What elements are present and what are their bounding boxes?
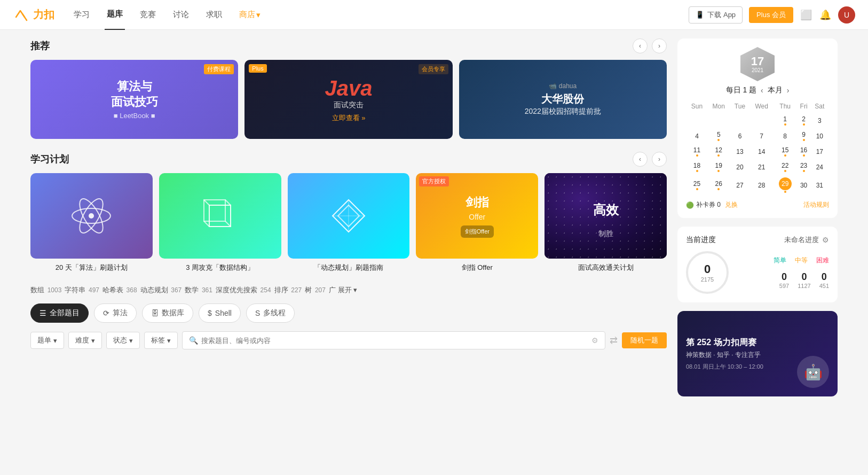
cal-day-empty (730, 113, 749, 128)
cal-day-9[interactable]: 9 (797, 129, 810, 143)
cal-day-24[interactable]: 24 (811, 160, 828, 174)
activity-rules-link[interactable]: 活动规则 (803, 200, 829, 209)
bell-icon[interactable]: 🔔 (819, 9, 832, 21)
cal-day-19[interactable]: 19 (708, 160, 729, 174)
cal-day-4[interactable]: 4 (687, 129, 707, 143)
filter-multithread-button[interactable]: S 多线程 (246, 303, 295, 323)
cal-prev-button[interactable]: ‹ (761, 86, 763, 95)
member-tag: 会员专享 (419, 64, 448, 74)
recommend-header: 推荐 ‹ › (30, 38, 667, 53)
cal-day-1[interactable]: 1 (774, 113, 796, 128)
screen-icon[interactable]: ⬜ (800, 9, 812, 21)
search-input[interactable] (201, 337, 588, 345)
filter-list-dropdown[interactable]: 题单 ▾ (30, 332, 64, 349)
filter-algo-button[interactable]: ⟳ 算法 (94, 303, 137, 323)
cal-day-15[interactable]: 15 (774, 144, 796, 159)
tag-dfs[interactable]: 深度优先搜索 254 (216, 285, 271, 295)
ad-mascot: 🤖 (797, 356, 829, 388)
cal-day-3[interactable]: 3 (811, 113, 828, 128)
recommend-next-button[interactable]: › (652, 38, 667, 53)
nav: 学习 题库 竞赛 讨论 求职 商店 ▾ (72, 0, 263, 30)
cal-day-6[interactable]: 6 (730, 129, 749, 143)
plan-card-offer[interactable]: 官方授权 剑指 Offer 剑指Offer 剑指 Offer (416, 173, 538, 272)
cal-day-29[interactable]: 29 (774, 175, 796, 195)
cal-day-18[interactable]: 18 (687, 160, 707, 174)
calendar-grid: Sun Mon Tue Wed Thu Fri Sat 123456789101… (686, 99, 829, 196)
tag-hashtable[interactable]: 哈希表 368 (102, 285, 137, 295)
logo[interactable]: 力扣 (13, 6, 54, 24)
plans-prev-button[interactable]: ‹ (633, 152, 648, 167)
filter-status-dropdown[interactable]: 状态 ▾ (106, 332, 140, 349)
filter-shell-button[interactable]: $ Shell (199, 303, 241, 323)
cal-day-8[interactable]: 8 (774, 129, 796, 143)
avatar[interactable]: U (838, 6, 855, 24)
filter-difficulty-dropdown[interactable]: 难度 ▾ (68, 332, 102, 349)
progress-header: 当前进度 未命名进度 ⚙ (686, 235, 829, 245)
cal-day-27[interactable]: 27 (730, 175, 749, 195)
shuffle-icon[interactable]: ⇄ (610, 334, 618, 346)
cal-day-23[interactable]: 23 (797, 160, 810, 174)
hard-label: 困难 (816, 256, 829, 265)
settings-icon[interactable]: ⚙ (591, 336, 598, 345)
cal-day-14[interactable]: 14 (751, 144, 773, 159)
ad-banner[interactable]: 第 252 场力扣周赛 神策数据 · 知乎 · 专注言乎 08.01 周日上午 … (677, 311, 838, 396)
cal-day-30[interactable]: 30 (797, 175, 810, 195)
filter-db-button[interactable]: 🗄 数据库 (142, 303, 193, 323)
cal-day-22[interactable]: 22 (774, 160, 796, 174)
random-problem-button[interactable]: 随机一题 (622, 332, 667, 348)
cal-day-26[interactable]: 26 (708, 175, 729, 195)
cal-day-21[interactable]: 21 (751, 160, 773, 174)
cal-day-11[interactable]: 11 (687, 144, 707, 159)
tag-dp[interactable]: 动态规划 367 (140, 285, 182, 295)
cal-day-16[interactable]: 16 (797, 144, 810, 159)
filter-all-button[interactable]: ☰ 全部题目 (30, 303, 89, 323)
tag-sort[interactable]: 排序 227 (274, 285, 302, 295)
progress-title: 当前进度 (686, 235, 716, 245)
medium-label: 中等 (795, 256, 808, 265)
cal-day-5[interactable]: 5 (708, 129, 729, 143)
nav-study[interactable]: 学习 (72, 0, 92, 30)
nav-jobs[interactable]: 求职 (204, 0, 224, 30)
banner-algo[interactable]: 付费课程 算法与 面试技巧 ■ LeetBook ■ (30, 60, 238, 139)
nav-contest[interactable]: 竞赛 (138, 0, 158, 30)
cal-day-10[interactable]: 10 (811, 129, 828, 143)
cal-day-20[interactable]: 20 (730, 160, 749, 174)
tag-expand[interactable]: 广 展开 ▾ (329, 285, 357, 295)
plan-card-efficient[interactable]: 高效 制胜 面试高效通关计划 (545, 173, 667, 272)
filter-tag-dropdown[interactable]: 标签 ▾ (144, 332, 178, 349)
cal-day-13[interactable]: 13 (730, 144, 749, 159)
plus-member-button[interactable]: Plus 会员 (749, 7, 793, 23)
plan-card-dp[interactable]: 「动态规划」刷题指南 (288, 173, 410, 272)
exchange-link[interactable]: 兑换 (725, 200, 738, 209)
plan-card-algo[interactable]: 20 天「算法」刷题计划 (30, 173, 153, 272)
banner-java[interactable]: Plus 会员专享 Java 面试突击 立即查看 » (244, 60, 452, 139)
tag-tree[interactable]: 树 207 (305, 285, 326, 295)
hard-done: 0 (819, 271, 829, 283)
nav-discuss[interactable]: 讨论 (171, 0, 191, 30)
study-plans-title: 学习计划 (30, 153, 69, 166)
download-app-button[interactable]: 📱 下载 App (689, 6, 743, 24)
cal-next-button[interactable]: › (787, 86, 790, 95)
easy-total: 597 (779, 283, 789, 289)
cal-day-25[interactable]: 25 (687, 175, 707, 195)
tag-math[interactable]: 数学 361 (185, 285, 212, 295)
plans-carousel-nav: ‹ › (633, 152, 667, 167)
recommend-prev-button[interactable]: ‹ (633, 38, 648, 53)
banner-recruit[interactable]: 📹 dahua 大华股份 2022届校园招聘提前批 (459, 60, 667, 139)
easy-label: 简单 (774, 256, 786, 265)
cal-day-28[interactable]: 28 (751, 175, 773, 195)
tag-array[interactable]: 数组 1003 (30, 285, 61, 295)
cal-day-7[interactable]: 7 (751, 129, 773, 143)
nav-problems[interactable]: 题库 (105, 0, 125, 30)
cal-fri: Fri (797, 100, 810, 112)
tag-string[interactable]: 字符串 497 (65, 285, 99, 295)
plans-next-button[interactable]: › (652, 152, 667, 167)
cal-day-17[interactable]: 17 (811, 144, 828, 159)
plan-card-ds[interactable]: 3 周攻克「数据结构」 (159, 173, 281, 272)
progress-gear-icon[interactable]: ⚙ (822, 236, 829, 244)
tags-list: 数组 1003 字符串 497 哈希表 368 动态规划 367 数学 361 … (30, 285, 667, 295)
nav-shop[interactable]: 商店 ▾ (237, 0, 263, 30)
cal-day-12[interactable]: 12 (708, 144, 729, 159)
cal-day-2[interactable]: 2 (797, 113, 810, 128)
cal-day-31[interactable]: 31 (811, 175, 828, 195)
